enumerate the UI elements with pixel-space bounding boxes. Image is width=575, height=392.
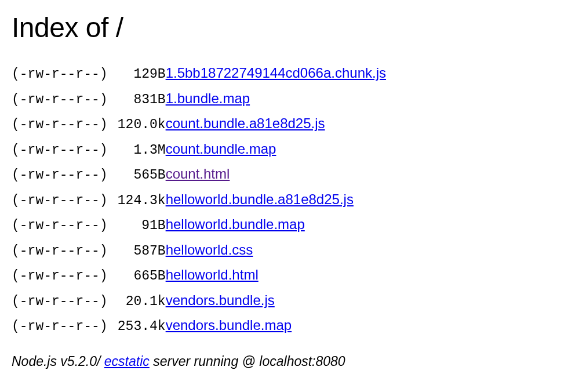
table-row: (-rw-r--r--)91Bhelloworld.bundle.map — [12, 212, 386, 238]
file-link[interactable]: 1.bundle.map — [166, 90, 250, 106]
file-link[interactable]: vendors.bundle.map — [166, 317, 292, 333]
file-link[interactable]: count.bundle.a81e8d25.js — [166, 115, 325, 131]
footer: Node.js v5.2.0/ ecstatic server running … — [12, 354, 563, 369]
file-size: 665B — [108, 263, 166, 288]
file-size: 253.4k — [108, 313, 166, 339]
page-title: Index of / — [12, 12, 563, 43]
file-link[interactable]: count.html — [166, 166, 230, 182]
footer-link[interactable]: ecstatic — [104, 354, 150, 369]
file-permissions: (-rw-r--r--) — [12, 263, 108, 288]
file-permissions: (-rw-r--r--) — [12, 313, 108, 339]
file-size: 120.0k — [108, 111, 166, 137]
file-name-cell: 1.bundle.map — [166, 86, 386, 112]
table-row: (-rw-r--r--)587Bhelloworld.css — [12, 238, 386, 263]
file-link[interactable]: count.bundle.map — [166, 141, 276, 157]
table-row: (-rw-r--r--)129B1.5bb18722749144cd066a.c… — [12, 61, 386, 86]
table-row: (-rw-r--r--)831B1.bundle.map — [12, 86, 386, 112]
footer-prefix: Node.js v5.2.0/ — [12, 354, 104, 369]
file-name-cell: count.bundle.a81e8d25.js — [166, 111, 386, 137]
file-name-cell: vendors.bundle.map — [166, 313, 386, 339]
file-link[interactable]: 1.5bb18722749144cd066a.chunk.js — [166, 65, 386, 81]
file-link[interactable]: helloworld.html — [166, 267, 259, 282]
file-size: 831B — [108, 86, 166, 112]
file-name-cell: helloworld.html — [166, 263, 386, 288]
file-name-cell: helloworld.css — [166, 238, 386, 263]
file-size: 91B — [108, 212, 166, 238]
table-row: (-rw-r--r--)1.3Mcount.bundle.map — [12, 137, 386, 162]
file-permissions: (-rw-r--r--) — [12, 288, 108, 314]
file-link[interactable]: helloworld.bundle.a81e8d25.js — [166, 191, 354, 207]
file-name-cell: count.html — [166, 162, 386, 187]
file-permissions: (-rw-r--r--) — [12, 238, 108, 263]
file-name-cell: count.bundle.map — [166, 137, 386, 162]
table-row: (-rw-r--r--)665Bhelloworld.html — [12, 263, 386, 288]
file-link[interactable]: helloworld.css — [166, 242, 253, 257]
file-permissions: (-rw-r--r--) — [12, 86, 108, 112]
file-link[interactable]: vendors.bundle.js — [166, 292, 275, 308]
file-name-cell: 1.5bb18722749144cd066a.chunk.js — [166, 61, 386, 86]
file-size: 565B — [108, 162, 166, 187]
table-row: (-rw-r--r--)565Bcount.html — [12, 162, 386, 187]
file-permissions: (-rw-r--r--) — [12, 137, 108, 162]
file-name-cell: vendors.bundle.js — [166, 288, 386, 314]
file-size: 20.1k — [108, 288, 166, 314]
file-permissions: (-rw-r--r--) — [12, 111, 108, 137]
file-size: 1.3M — [108, 137, 166, 162]
file-size: 129B — [108, 61, 166, 86]
table-row: (-rw-r--r--)124.3khelloworld.bundle.a81e… — [12, 187, 386, 213]
table-row: (-rw-r--r--)20.1kvendors.bundle.js — [12, 288, 386, 314]
file-permissions: (-rw-r--r--) — [12, 187, 108, 213]
file-name-cell: helloworld.bundle.map — [166, 212, 386, 238]
file-size: 124.3k — [108, 187, 166, 213]
table-row: (-rw-r--r--)120.0kcount.bundle.a81e8d25.… — [12, 111, 386, 137]
file-size: 587B — [108, 238, 166, 263]
file-listing-table: (-rw-r--r--)129B1.5bb18722749144cd066a.c… — [12, 61, 386, 339]
file-link[interactable]: helloworld.bundle.map — [166, 216, 305, 232]
file-name-cell: helloworld.bundle.a81e8d25.js — [166, 187, 386, 213]
file-permissions: (-rw-r--r--) — [12, 212, 108, 238]
file-permissions: (-rw-r--r--) — [12, 162, 108, 187]
footer-suffix: server running @ localhost:8080 — [150, 354, 345, 369]
file-permissions: (-rw-r--r--) — [12, 61, 108, 86]
table-row: (-rw-r--r--)253.4kvendors.bundle.map — [12, 313, 386, 339]
